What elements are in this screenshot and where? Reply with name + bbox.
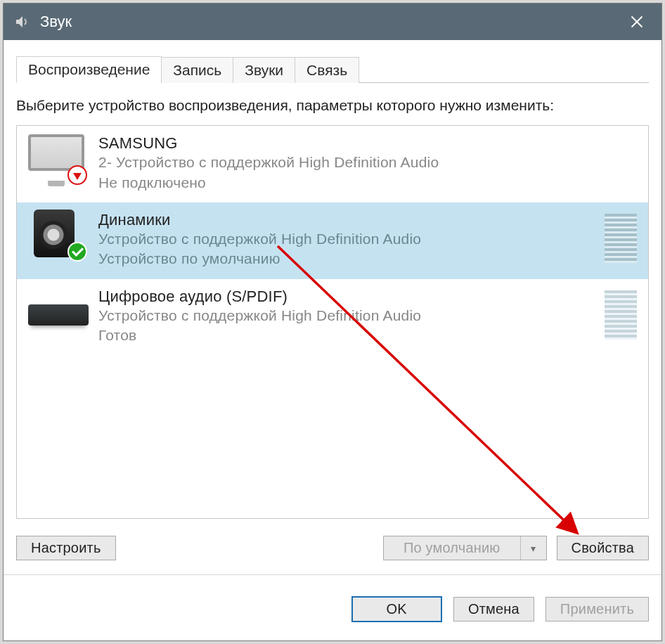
device-status: Готов bbox=[98, 326, 598, 345]
level-meter bbox=[605, 290, 637, 340]
device-row[interactable]: SAMSUNG 2- Устройство с поддержкой High … bbox=[17, 126, 648, 202]
device-texts: Цифровое аудио (S/PDIF) Устройство с под… bbox=[98, 288, 598, 346]
tab-record[interactable]: Запись bbox=[161, 57, 233, 83]
tab-comm[interactable]: Связь bbox=[295, 57, 359, 83]
device-status: Не подключено bbox=[98, 173, 637, 193]
tab-label: Воспроизведение bbox=[28, 61, 150, 77]
ok-button[interactable]: OK bbox=[351, 596, 442, 622]
dialog-footer: OK Отмена Применить bbox=[4, 584, 661, 631]
error-badge-icon bbox=[67, 165, 87, 185]
device-driver: 2- Устройство с поддержкой High Definiti… bbox=[98, 153, 637, 172]
level-meter bbox=[605, 214, 637, 263]
instruction-text: Выберите устройство воспроизведения, пар… bbox=[16, 96, 649, 115]
tab-label: Связь bbox=[306, 62, 347, 78]
set-default-button[interactable]: По умолчанию ▾ bbox=[383, 536, 547, 560]
tab-label: Звуки bbox=[245, 62, 283, 78]
properties-button[interactable]: Свойства bbox=[557, 536, 649, 560]
list-button-row: Настроить По умолчанию ▾ Свойства bbox=[16, 536, 649, 560]
device-name: Динамики bbox=[98, 211, 598, 229]
device-icon-speaker bbox=[28, 211, 90, 257]
close-button[interactable] bbox=[612, 4, 661, 40]
device-name: SAMSUNG bbox=[98, 134, 637, 153]
default-badge-icon bbox=[67, 242, 87, 262]
configure-button[interactable]: Настроить bbox=[16, 536, 116, 560]
device-row[interactable]: Динамики Устройство с поддержкой High De… bbox=[17, 202, 648, 279]
cancel-button[interactable]: Отмена bbox=[453, 597, 534, 622]
chevron-down-icon[interactable]: ▾ bbox=[521, 536, 546, 560]
set-default-label: По умолчанию bbox=[384, 536, 521, 560]
device-row[interactable]: Цифровое аудио (S/PDIF) Устройство с под… bbox=[17, 279, 648, 356]
dialog-body: Воспроизведение Запись Звуки Связь Выбер… bbox=[4, 40, 661, 584]
sound-dialog: Звук Воспроизведение Запись Звуки Связь … bbox=[3, 3, 662, 641]
tab-playback[interactable]: Воспроизведение bbox=[16, 56, 162, 83]
title-bar: Звук bbox=[4, 4, 661, 40]
device-name: Цифровое аудио (S/PDIF) bbox=[98, 288, 598, 306]
device-icon-spdif bbox=[28, 288, 90, 334]
device-driver: Устройство с поддержкой High Definition … bbox=[98, 229, 598, 249]
sound-icon bbox=[12, 12, 32, 32]
device-list[interactable]: SAMSUNG 2- Устройство с поддержкой High … bbox=[16, 125, 649, 519]
tab-strip: Воспроизведение Запись Звуки Связь bbox=[16, 56, 649, 83]
apply-button[interactable]: Применить bbox=[545, 597, 649, 622]
separator bbox=[4, 574, 661, 575]
device-driver: Устройство с поддержкой High Definition … bbox=[98, 306, 598, 326]
device-icon-monitor bbox=[28, 134, 90, 181]
device-status: Устройство по умолчанию bbox=[98, 249, 598, 269]
device-texts: Динамики Устройство с поддержкой High De… bbox=[98, 211, 598, 269]
window-title: Звук bbox=[40, 13, 72, 31]
tab-label: Запись bbox=[173, 62, 221, 78]
tab-sounds[interactable]: Звуки bbox=[233, 57, 295, 83]
device-texts: SAMSUNG 2- Устройство с поддержкой High … bbox=[98, 134, 637, 193]
